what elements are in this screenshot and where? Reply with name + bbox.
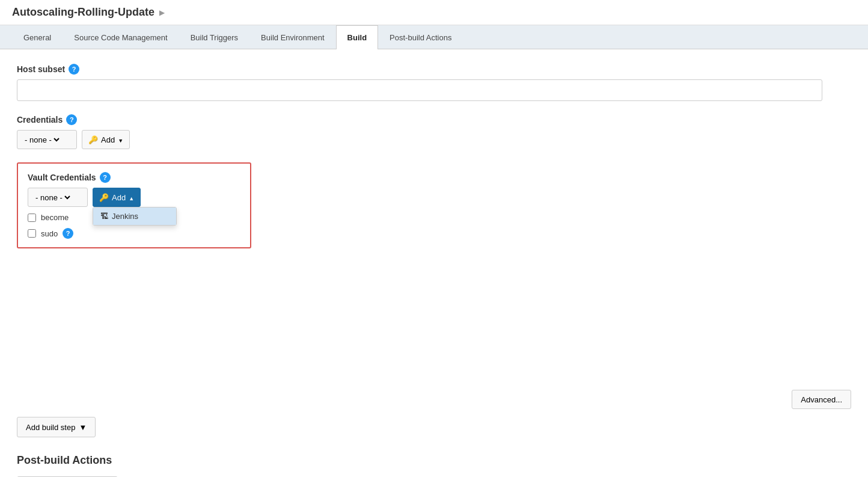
credentials-add-button[interactable]: 🔑 Add — [82, 130, 130, 149]
tab-source-code[interactable]: Source Code Management — [63, 25, 179, 49]
credentials-section: Credentials ? - none - 🔑 Add — [17, 114, 851, 149]
vault-credentials-box: Vault Credentials ? - none - 🔑 Add 🏗 — [17, 162, 251, 248]
vault-jenkins-option[interactable]: 🏗 Jenkins — [93, 208, 176, 225]
breadcrumb-chevron: ▶ — [159, 8, 165, 17]
vault-key-icon: 🔑 — [99, 193, 109, 202]
credentials-help-icon[interactable]: ? — [66, 114, 77, 125]
add-build-step-chevron: ▼ — [79, 423, 87, 432]
tab-bar: General Source Code Management Build Tri… — [0, 25, 868, 49]
add-build-step-area: Add build step ▼ — [17, 417, 851, 437]
host-subset-input[interactable] — [17, 79, 822, 101]
post-build-title: Post-build Actions — [17, 454, 851, 467]
vault-add-button[interactable]: 🔑 Add — [93, 188, 141, 207]
add-build-step-button[interactable]: Add build step ▼ — [17, 417, 96, 437]
advanced-button[interactable]: Advanced... — [792, 390, 851, 409]
sudo-row: sudo ? — [28, 228, 240, 239]
vault-add-button-wrapper: 🔑 Add 🏗 Jenkins — [93, 188, 141, 207]
become-label: become — [41, 213, 69, 222]
tab-post-build[interactable]: Post-build Actions — [378, 25, 463, 49]
sudo-label: sudo — [41, 229, 58, 238]
vault-credentials-label: Vault Credentials ? — [28, 172, 240, 183]
vault-add-dropdown-menu: 🏗 Jenkins — [93, 207, 177, 226]
credentials-add-chevron-down — [118, 135, 123, 144]
tab-build-environment[interactable]: Build Environment — [249, 25, 336, 49]
vault-credentials-dropdown[interactable]: - none - — [33, 192, 72, 203]
credentials-select[interactable]: - none - — [17, 130, 77, 149]
vault-credentials-select[interactable]: - none - — [28, 188, 88, 207]
page-title: Autoscaling-Rolling-Update — [12, 6, 154, 19]
sudo-checkbox[interactable] — [28, 229, 36, 238]
sudo-help-icon[interactable]: ? — [63, 228, 73, 239]
tab-build[interactable]: Build — [336, 25, 379, 49]
host-subset-section: Host subset ? — [17, 64, 851, 101]
credentials-label: Credentials ? — [17, 114, 851, 125]
credentials-key-icon: 🔑 — [88, 135, 98, 144]
post-build-section: Post-build Actions Add post-build action… — [17, 454, 851, 477]
vault-credentials-row: - none - 🔑 Add 🏗 Jenkins — [28, 188, 240, 207]
tab-build-triggers[interactable]: Build Triggers — [179, 25, 249, 49]
credentials-dropdown[interactable]: - none - — [22, 135, 61, 145]
vault-add-chevron-up — [129, 193, 134, 202]
vault-credentials-help-icon[interactable]: ? — [100, 172, 111, 183]
host-subset-help-icon[interactable]: ? — [69, 64, 79, 75]
host-subset-label: Host subset ? — [17, 64, 851, 75]
tab-general[interactable]: General — [12, 25, 63, 49]
credentials-row: - none - 🔑 Add — [17, 130, 851, 149]
jenkins-icon: 🏗 — [100, 212, 108, 221]
title-bar: Autoscaling-Rolling-Update ▶ — [0, 0, 868, 25]
main-content: Host subset ? Credentials ? - none - 🔑 A… — [0, 49, 868, 477]
become-checkbox[interactable] — [28, 214, 36, 222]
